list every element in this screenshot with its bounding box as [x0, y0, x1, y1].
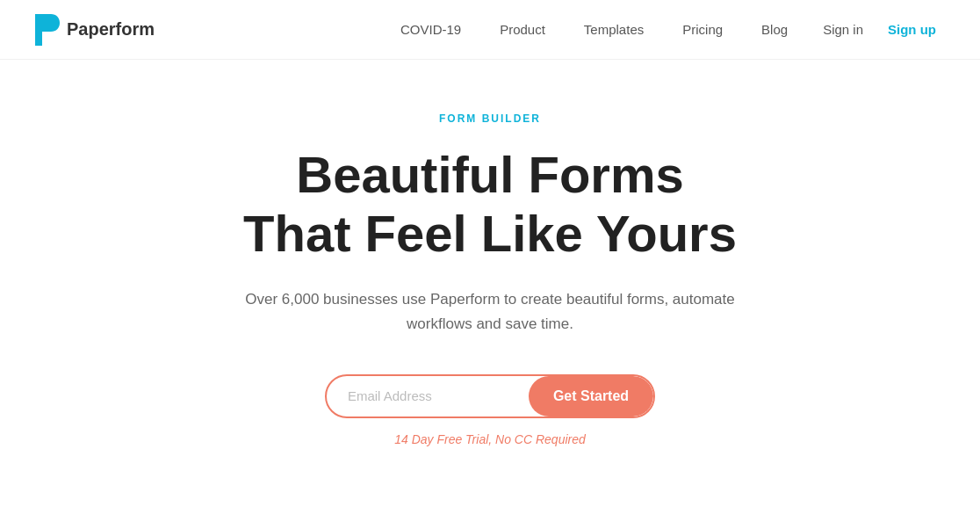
hero-title: Beautiful Forms That Feel Like Yours	[243, 146, 737, 263]
logo-link[interactable]: Paperform	[35, 14, 155, 46]
hero-section: FORM BUILDER Beautiful Forms That Feel L…	[0, 60, 980, 482]
nav-item-blog[interactable]: Blog	[742, 0, 807, 60]
nav-item-covid19[interactable]: COVID-19	[381, 0, 480, 60]
hero-title-line1: Beautiful Forms	[296, 146, 684, 203]
nav-item-product[interactable]: Product	[480, 0, 565, 60]
cta-form: Get Started	[325, 374, 655, 418]
main-nav: COVID-19 Product Templates Pricing Blog …	[381, 0, 945, 60]
nav-signin-link[interactable]: Sign in	[807, 0, 879, 60]
nav-item-pricing[interactable]: Pricing	[663, 0, 742, 60]
hero-title-line2: That Feel Like Yours	[243, 205, 737, 262]
nav-item-templates[interactable]: Templates	[565, 0, 663, 60]
trial-note: 14 Day Free Trial, No CC Required	[394, 432, 586, 446]
section-label: FORM BUILDER	[439, 112, 541, 125]
email-input[interactable]	[327, 376, 529, 416]
site-header: Paperform COVID-19 Product Templates Pri…	[0, 0, 980, 60]
paperform-logo-icon	[35, 14, 60, 46]
logo-text: Paperform	[67, 19, 155, 40]
hero-subtitle: Over 6,000 businesses use Paperform to c…	[227, 287, 753, 335]
nav-signup-link[interactable]: Sign up	[879, 0, 945, 60]
get-started-button[interactable]: Get Started	[529, 376, 653, 416]
